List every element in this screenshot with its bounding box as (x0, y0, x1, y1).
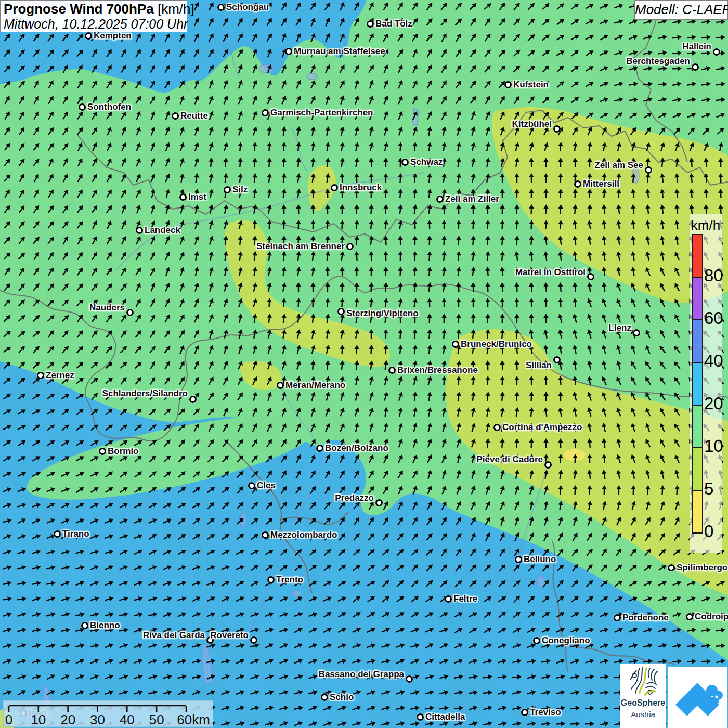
city-label: Kempten (94, 31, 132, 41)
city-marker (544, 461, 552, 469)
city-label: Mittersill (583, 179, 619, 189)
city-marker (521, 709, 528, 716)
city-label: Belluno (524, 554, 556, 565)
geosphere-logo-name: GeoSphere (620, 698, 666, 708)
city-marker (574, 180, 581, 188)
city-label: Bormio (108, 446, 139, 457)
scale-bar-label: 20 (60, 712, 75, 727)
city-marker (493, 424, 501, 431)
city-label: Pordenone (622, 613, 669, 623)
city-marker (614, 614, 621, 621)
city-label: Berchtesgaden (626, 56, 690, 67)
city-marker (533, 637, 540, 644)
city-label: Mezzolombardo (270, 530, 337, 540)
city-label: Innsbruck (340, 183, 382, 193)
scale-bar-label: 30 (90, 712, 105, 727)
city-marker (126, 309, 134, 316)
city-marker (179, 193, 187, 201)
title-box: Prognose Wind 700hPa [km/h] Mittwoch, 10… (0, 0, 187, 32)
city-label: Hallein (682, 42, 711, 52)
legend-segment (692, 447, 703, 491)
legend-tick-label: 20 (704, 394, 725, 413)
city-label: Cles (257, 480, 276, 491)
legend-tick-label: 40 (704, 352, 725, 370)
city-label: Sillian (526, 360, 552, 371)
city-marker (217, 4, 225, 11)
city-marker (367, 20, 374, 28)
partner-logo-box (668, 667, 727, 728)
city-marker (81, 622, 88, 629)
city-marker (587, 273, 594, 280)
city-label: Schio (330, 692, 354, 703)
city-label: Zell am See (594, 160, 643, 171)
city-marker (668, 564, 675, 571)
city-marker (713, 48, 720, 56)
city-label: Trento (276, 575, 303, 585)
city-label: Bienno (90, 620, 120, 631)
city-label: Codroipo (695, 612, 728, 622)
city-marker (445, 595, 452, 603)
city-marker (417, 713, 424, 721)
scale-bar-label: 10 (31, 712, 46, 727)
city-label: Tirano (62, 529, 89, 539)
legend-color-bar (692, 234, 703, 534)
legend-segment (692, 277, 703, 320)
city-marker (388, 367, 396, 374)
city-marker (262, 109, 269, 116)
city-label: Bassano del Grappa (319, 669, 404, 680)
city-label: Brixen/Bressanone (397, 365, 478, 375)
map-valid-time: Mittwoch, 10.12.2025 07:00 Uhr (4, 17, 183, 31)
city-label: Bozen/Bolzano (325, 443, 388, 453)
city-label: Landeck (145, 225, 180, 236)
city-marker (553, 356, 561, 363)
city-label: Schlanders/Silandro (102, 388, 188, 399)
city-marker (136, 227, 143, 234)
city-marker (452, 341, 459, 348)
model-box: Modell: C-LAEF (634, 0, 728, 20)
city-marker (337, 308, 345, 315)
city-marker (79, 103, 86, 111)
city-label: Zell am Ziller (445, 194, 499, 204)
city-marker (436, 196, 444, 203)
wind-forecast-map: SchongauBad TölzKemptenHalleinMurnau am … (0, 0, 728, 728)
city-marker (285, 48, 292, 55)
legend-unit: km/h (690, 217, 722, 233)
city-label: Cortina d'Ampezzo (502, 422, 582, 433)
scale-bar-label: 0 (5, 712, 12, 727)
city-label: Treviso (530, 707, 561, 718)
city-marker (331, 184, 338, 191)
legend-segment (692, 490, 703, 534)
city-marker (172, 112, 179, 120)
city-label: Feltre (453, 594, 477, 604)
city-marker (645, 166, 652, 174)
city-label: Nauders (89, 303, 125, 313)
city-label: Pieve di Cadore (476, 454, 543, 465)
city-label: Conegliano (542, 635, 590, 646)
city-marker (401, 159, 409, 166)
city-marker (267, 576, 275, 583)
city-label: Kufstein (513, 80, 549, 90)
city-marker (504, 81, 512, 88)
city-marker (37, 372, 44, 379)
city-label: Meran/Merano (285, 380, 345, 391)
city-label: Spilimbergo (677, 563, 727, 573)
city-label: Lienz (609, 323, 631, 333)
city-marker (321, 694, 328, 701)
city-marker (189, 396, 197, 403)
scale-bar-label: 60km (177, 712, 210, 727)
legend-segment (692, 362, 703, 406)
scale-bar: 0102030405060km (3, 700, 213, 727)
city-label: Schongau (226, 2, 269, 12)
city-marker (406, 675, 413, 683)
city-label: Reutte (180, 111, 208, 121)
city-marker (224, 186, 231, 193)
city-label: Riva del Garda (143, 630, 205, 641)
city-marker (515, 556, 522, 563)
city-marker (346, 243, 354, 250)
city-marker (248, 482, 255, 489)
city-label: Bruneck/Brunico (461, 339, 532, 349)
legend-tick-label: 80 (704, 266, 725, 285)
city-marker (85, 32, 92, 40)
city-marker (277, 382, 284, 389)
city-label: Cittadella (425, 712, 465, 722)
